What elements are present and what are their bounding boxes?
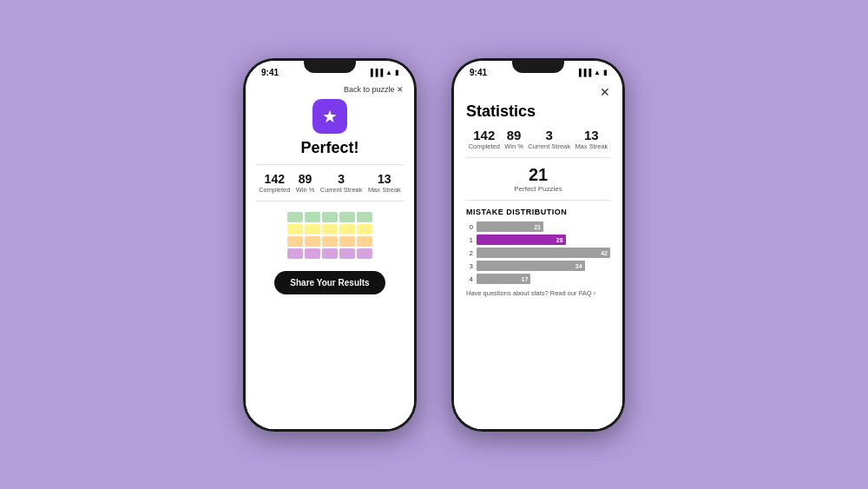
tiles-container — [287, 212, 372, 259]
tile — [287, 212, 303, 222]
bar-row: 417 — [466, 274, 610, 284]
tile — [357, 248, 372, 259]
tile-row — [287, 224, 372, 235]
tile — [339, 248, 355, 259]
perfect-puzzles-label: Perfect Puzzles — [466, 185, 610, 193]
bar-row: 128 — [466, 235, 610, 245]
stat-label: Completed — [259, 186, 290, 194]
tile — [305, 224, 320, 235]
tile — [339, 224, 355, 235]
stat-number: 142 — [265, 172, 285, 186]
bar-label: 2 — [466, 249, 473, 257]
time-1: 9:41 — [261, 68, 279, 77]
stat-item: 13Max Streak — [575, 128, 608, 151]
time-2: 9:41 — [470, 68, 487, 77]
battery-icon-1: ▮ — [395, 69, 398, 76]
bar-value: 34 — [575, 263, 582, 269]
wifi-icon-2: ▲ — [594, 69, 601, 76]
mistake-section: MISTAKE DISTRIBUTION 021128242334417 Hav… — [466, 208, 610, 420]
wifi-icon-1: ▲ — [385, 69, 392, 76]
stat-item: 3Current Streak — [320, 172, 363, 194]
tile — [357, 224, 372, 235]
tile — [305, 236, 320, 247]
bar-label: 4 — [466, 275, 473, 283]
tile — [322, 224, 338, 235]
bar-fill: 28 — [477, 235, 566, 245]
statistics-title: Statistics — [466, 102, 610, 121]
divider-1 — [256, 164, 404, 165]
bar-value: 21 — [534, 224, 541, 230]
bar-label: 1 — [466, 236, 473, 244]
stat-item: 89Win % — [504, 128, 523, 151]
stat-number: 3 — [545, 128, 552, 142]
phones-container: 9:41 ▐▐▐ ▲ ▮ Back to puzzle ✕ ★ Perfect!… — [243, 58, 625, 432]
stat-item: 142Completed — [469, 128, 500, 151]
bar-label: 0 — [466, 223, 473, 231]
stat-label: Win % — [504, 142, 523, 151]
tile-row — [287, 236, 372, 247]
perfect-title: Perfect! — [300, 139, 358, 157]
share-button[interactable]: Share Your Results — [274, 271, 385, 294]
bar-fill: 34 — [477, 261, 585, 271]
stat-label: Completed — [469, 142, 500, 151]
tile — [287, 248, 303, 259]
divider-2 — [256, 201, 404, 202]
tile — [287, 224, 303, 235]
stat-item: 142Completed — [259, 172, 290, 194]
phone1-content: Back to puzzle ✕ ★ Perfect! 142Completed… — [246, 82, 414, 429]
status-bar-2: 9:41 ▐▐▐ ▲ ▮ — [454, 61, 622, 82]
tile — [322, 236, 338, 247]
phone2-header: ✕ — [466, 85, 610, 99]
notch-1 — [304, 61, 356, 73]
signal-icon-1: ▐▐▐ — [368, 69, 383, 76]
phone-1: 9:41 ▐▐▐ ▲ ▮ Back to puzzle ✕ ★ Perfect!… — [243, 58, 417, 432]
bar-outer: 42 — [477, 248, 610, 258]
stats-row-2: 142Completed89Win %3Current Streak13Max … — [466, 128, 610, 159]
stats-row-1: 142Completed89Win %3Current Streak13Max … — [256, 172, 404, 194]
bar-fill: 21 — [477, 221, 543, 232]
tile — [305, 212, 320, 222]
tile-row — [287, 248, 372, 259]
bar-value: 42 — [601, 250, 608, 256]
star-icon: ★ — [322, 106, 338, 127]
bar-outer: 21 — [477, 221, 610, 232]
bar-row: 334 — [466, 261, 610, 271]
star-icon-wrapper: ★ — [312, 99, 347, 134]
tile — [287, 236, 303, 247]
status-icons-2: ▐▐▐ ▲ ▮ — [576, 69, 607, 76]
tile — [322, 248, 338, 259]
bar-outer: 34 — [477, 261, 610, 271]
stat-label: Max Streak — [575, 142, 608, 151]
close-button[interactable]: ✕ — [600, 85, 610, 99]
stat-label: Current Streak — [528, 142, 570, 151]
back-link[interactable]: Back to puzzle ✕ — [256, 85, 404, 94]
bar-value: 28 — [556, 237, 563, 243]
stat-label: Current Streak — [320, 186, 363, 194]
bar-fill: 17 — [477, 274, 530, 284]
bar-row: 021 — [466, 221, 610, 232]
tile — [339, 212, 355, 222]
bar-value: 17 — [522, 276, 529, 282]
stat-number: 13 — [378, 172, 391, 186]
stat-number: 3 — [338, 172, 345, 186]
stat-item: 13Max Streak — [368, 172, 401, 194]
faq-text[interactable]: Have questions about stats? Read our FAQ… — [466, 289, 610, 297]
tile — [357, 212, 372, 222]
bar-label: 3 — [466, 262, 473, 270]
tile — [357, 236, 372, 247]
stat-number: 13 — [584, 128, 599, 142]
phone-2: 9:41 ▐▐▐ ▲ ▮ ✕ Statistics 142Completed89… — [451, 58, 625, 432]
bar-outer: 28 — [477, 235, 610, 245]
stat-number: 142 — [473, 128, 495, 142]
stat-number: 89 — [507, 128, 522, 142]
battery-icon-2: ▮ — [603, 69, 607, 76]
status-icons-1: ▐▐▐ ▲ ▮ — [368, 69, 398, 76]
signal-icon-2: ▐▐▐ — [576, 69, 591, 76]
perfect-puzzles-section: 21 Perfect Puzzles — [466, 165, 610, 201]
stat-item: 3Current Streak — [528, 128, 570, 151]
tile — [322, 212, 338, 222]
bar-row: 242 — [466, 248, 610, 258]
mistake-distribution-title: MISTAKE DISTRIBUTION — [466, 208, 610, 216]
tile-row — [287, 212, 372, 222]
perfect-puzzles-number: 21 — [466, 165, 610, 185]
